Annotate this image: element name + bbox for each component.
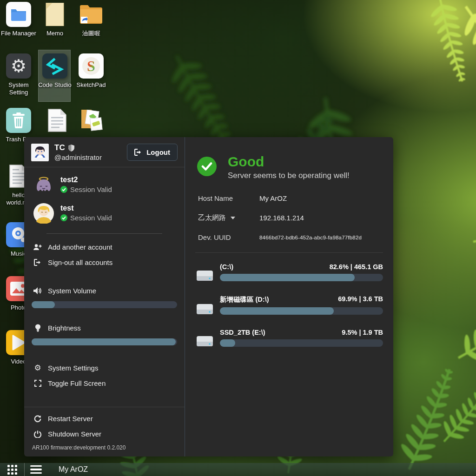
shutdown-server-item[interactable]: Shutdown Server <box>24 426 185 442</box>
disk-usage: 82.6% | 465.1 GB <box>330 263 383 271</box>
user-menu-column: TC @administrator Logout test2 <box>24 137 185 456</box>
trash-icon <box>6 108 31 133</box>
disk-row-e: SSD_2TB (E:\) 9.5% | 1.9 TB <box>196 329 383 347</box>
system-settings-item[interactable]: ⚙ System Settings <box>24 360 185 376</box>
app-launcher-button[interactable] <box>0 463 24 476</box>
icon-label: Memo <box>37 30 73 37</box>
hostname-row: Host Name My ArOZ <box>198 194 383 202</box>
gear-icon: ⚙ <box>33 364 42 372</box>
hostname-value: My ArOZ <box>259 194 287 202</box>
uuid-row: Dev. UUID 8466bd72-bdb6-452a-abc9-fa98a7… <box>198 233 383 241</box>
brightness-slider[interactable] <box>32 338 177 345</box>
account-row-test2[interactable]: test2 Session Valid <box>33 175 175 195</box>
network-row: 乙太網路 192.168.1.214 <box>198 213 383 222</box>
gear-icon: ⚙ <box>6 53 31 79</box>
disk-usage-fill <box>220 307 334 315</box>
toggle-fullscreen-item[interactable]: Toggle Full Screen <box>24 376 185 391</box>
chevron-down-icon <box>231 217 235 219</box>
disk-usage-fill <box>220 274 355 281</box>
health-check-icon <box>197 157 217 176</box>
brightness-label: Brightness <box>48 324 81 332</box>
account-name: test2 <box>60 176 112 184</box>
shortcut-folder-icon <box>79 2 104 27</box>
add-account-item[interactable]: Add another account <box>24 239 185 255</box>
sketchpad-icon: S <box>79 53 104 79</box>
desktop-icon-memo[interactable]: Memo <box>42 2 68 37</box>
desktop-icon-code-studio[interactable]: Code Studio <box>42 53 68 89</box>
brightness-item: Brightness <box>24 320 185 336</box>
bulb-icon <box>33 324 42 332</box>
system-volume-label: System Volume <box>48 287 96 295</box>
user-status-panel: TC @administrator Logout test2 <box>24 137 393 456</box>
volume-slider[interactable] <box>32 301 177 308</box>
network-dropdown[interactable]: 乙太網路 <box>198 213 259 222</box>
desktop-icon-document[interactable] <box>44 108 70 136</box>
disk-row-c: (C:\) 82.6% | 465.1 GB <box>196 263 383 281</box>
account-avatar-test2 <box>33 175 54 195</box>
memo-icon <box>42 2 67 27</box>
signout-all-label: Sign-out all accounts <box>48 258 112 266</box>
desktop-icon-shortcut-folder[interactable]: 油圖喔 <box>78 2 104 37</box>
current-user-header: TC @administrator Logout <box>24 137 185 167</box>
hamburger-icon <box>30 465 42 467</box>
taskbar: My ArOZ <box>0 463 476 476</box>
account-row-test[interactable]: test Session Valid <box>33 203 175 224</box>
start-menu-button[interactable] <box>25 463 48 476</box>
user-handle: @administrator <box>54 153 102 161</box>
signout-all-item[interactable]: Sign-out all accounts <box>24 255 185 270</box>
brightness-slider-fill <box>32 338 176 345</box>
health-status-subtitle: Server seems to be operating well! <box>228 171 350 180</box>
hdd-icon <box>196 304 213 315</box>
logout-button[interactable]: Logout <box>127 144 178 161</box>
icon-label: System Setting <box>1 81 36 96</box>
system-volume-item: System Volume <box>24 283 185 298</box>
desktop-icon-system-setting[interactable]: ⚙ System Setting <box>6 53 32 96</box>
fullscreen-icon <box>33 380 42 387</box>
server-health-header: Good Server seems to be operating well! <box>197 154 383 180</box>
network-label: 乙太網路 <box>198 213 226 222</box>
desktop-icon-file-manager[interactable]: File Manager <box>6 2 32 37</box>
photo-folder-icon <box>79 107 104 132</box>
disk-usage: 69.9% | 3.6 TB <box>338 295 383 304</box>
ip-address-value: 192.168.1.214 <box>259 214 304 222</box>
hdd-icon <box>196 336 213 347</box>
disk-usage-bar <box>220 339 383 347</box>
uuid-value: 8466bd72-bdb6-452a-abc9-fa98a77fb82d <box>259 235 362 240</box>
hdd-icon <box>196 270 213 281</box>
server-power-group: Restart Server Shutdown Server AR100 fir… <box>24 407 185 456</box>
check-circle-icon <box>60 214 67 221</box>
username: TC <box>54 143 65 152</box>
logout-label: Logout <box>146 148 170 156</box>
file-manager-icon <box>6 2 31 27</box>
disk-row-d: 新增磁碟區 (D:\) 69.9% | 3.6 TB <box>196 295 383 315</box>
disk-usage: 9.5% | 1.9 TB <box>342 329 383 336</box>
sign-out-icon <box>33 259 42 266</box>
speaker-icon <box>33 287 42 294</box>
power-icon <box>33 430 42 438</box>
desktop-icon-photo-folder[interactable] <box>78 107 104 135</box>
disk-name: 新增磁碟區 (D:\) <box>220 295 269 304</box>
code-studio-icon <box>42 53 67 79</box>
divider <box>24 407 185 407</box>
health-status-title: Good <box>228 154 350 169</box>
document-icon <box>45 108 70 133</box>
shutdown-server-label: Shutdown Server <box>48 430 101 438</box>
user-identity: TC @administrator <box>54 143 102 161</box>
divider <box>46 233 162 234</box>
restart-server-item[interactable]: Restart Server <box>24 411 185 426</box>
desktop-icon-sketchpad[interactable]: S SketchPad <box>78 53 104 89</box>
server-status-column: Good Server seems to be operating well! … <box>185 137 393 456</box>
check-circle-icon <box>60 186 67 193</box>
shield-icon <box>68 145 74 152</box>
disk-name: SSD_2TB (E:\) <box>220 329 265 336</box>
account-avatar-test <box>33 203 54 224</box>
disk-name: (C:\) <box>220 263 233 271</box>
svg-text:S: S <box>87 58 95 74</box>
divider <box>195 252 383 253</box>
taskbar-title: My ArOZ <box>59 465 88 474</box>
account-name: test <box>60 204 112 212</box>
toggle-fullscreen-label: Toggle Full Screen <box>48 379 106 387</box>
user-avatar <box>31 144 49 161</box>
volume-slider-fill <box>32 301 55 308</box>
disk-usage-bar <box>220 307 383 315</box>
